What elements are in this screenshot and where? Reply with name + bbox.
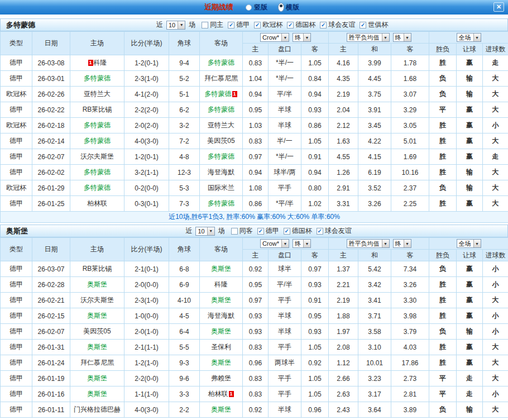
away-team-name[interactable]: 奥斯堡 <box>211 296 231 304</box>
avg-final-select[interactable]: 终▼ <box>393 33 411 42</box>
checkbox-checked-icon[interactable]: ✓ <box>317 228 323 235</box>
checkbox-checked-icon[interactable]: ✓ <box>320 22 327 28</box>
away-team-name[interactable]: 奥斯堡 <box>211 405 231 413</box>
corners-cell: 6-2 <box>169 102 200 118</box>
away-team-name[interactable]: 亚特兰大 <box>208 121 234 129</box>
home-team-name[interactable]: 奥斯堡 <box>87 280 107 288</box>
away-team-name[interactable]: 海登海默 <box>208 168 234 176</box>
away-team-cell: 奥斯堡 <box>200 355 243 371</box>
fulltime-select-value: 全场 <box>457 240 473 247</box>
odds-home-cell: 0.83 <box>243 371 269 386</box>
home-team-name[interactable]: 亚特兰大 <box>84 90 111 98</box>
filter-checkbox-4[interactable]: ✓球会友谊 <box>320 20 355 30</box>
chevron-down-icon: ▼ <box>178 21 185 29</box>
odds-final-select[interactable]: 终▼ <box>293 33 311 42</box>
home-team-name[interactable]: 拜仁慕尼黑 <box>80 359 114 366</box>
date-cell: 26-03-08 <box>32 55 70 71</box>
filter-checkbox-5[interactable]: ✓世俱杯 <box>360 20 388 30</box>
home-team-name[interactable]: 多特蒙德 <box>84 184 111 192</box>
away-team-cell: 多特蒙德1 <box>200 87 243 102</box>
result-goals-cell: 走 <box>483 149 508 165</box>
checkbox-checked-icon[interactable]: ✓ <box>284 228 290 235</box>
away-team-name[interactable]: 拜仁慕尼黑 <box>204 74 238 82</box>
filter-checkbox-3[interactable]: ✓德国杯 <box>287 20 315 30</box>
avg-select[interactable]: 胜平负均值▼ <box>347 239 390 248</box>
radio-vertical-icon[interactable] <box>246 4 252 11</box>
league-type-cell: 欧冠杯 <box>1 118 32 133</box>
avg-away-cell: 2.37 <box>391 180 429 196</box>
fulltime-select-value: 全场 <box>457 34 473 41</box>
home-team-cell: 拜仁慕尼黑 <box>70 355 124 371</box>
close-button[interactable]: ✕ <box>493 2 504 12</box>
away-team-name[interactable]: 多特蒙德 <box>208 152 234 160</box>
home-team-name[interactable]: 多特蒙德 <box>84 121 111 129</box>
filter-checkbox-1[interactable]: ✓德甲 <box>228 20 250 30</box>
home-team-name[interactable]: 多特蒙德 <box>84 74 111 82</box>
checkbox-checked-icon[interactable]: ✓ <box>254 22 261 28</box>
avg-draw-cell: 4.45 <box>358 71 391 87</box>
home-team-name[interactable]: 奥斯堡 <box>87 390 107 398</box>
home-team-name[interactable]: 美因茨05 <box>83 327 111 335</box>
handicap-cell: 平手 <box>269 293 301 308</box>
checkbox-checked-icon[interactable]: ✓ <box>287 22 294 28</box>
away-team-name[interactable]: 柏林联 <box>208 390 228 398</box>
away-team-name[interactable]: 多特蒙德 <box>208 106 234 113</box>
corners-cell: 3-2 <box>169 118 200 133</box>
home-team-name[interactable]: 柏林联 <box>87 199 107 207</box>
away-team-name[interactable]: 圣保利 <box>211 343 231 351</box>
away-team-name[interactable]: 海登海默 <box>208 312 234 319</box>
fulltime-select[interactable]: 全场▼ <box>457 33 481 42</box>
checkbox-unchecked-icon[interactable] <box>202 22 208 28</box>
home-team-name[interactable]: 门兴格拉德巴赫 <box>74 405 121 413</box>
score-cell: 2-2(0-0) <box>124 371 169 386</box>
avg-final-select[interactable]: 终▼ <box>393 239 411 248</box>
home-team-name[interactable]: 奥斯堡 <box>87 312 107 319</box>
result-goals-cell: 小 <box>483 324 508 340</box>
away-team-name[interactable]: 多特蒙德 <box>205 90 232 98</box>
filter-checkbox-0[interactable]: 同客 <box>231 226 253 236</box>
filter-checkbox-2[interactable]: ✓欧冠杯 <box>254 20 282 30</box>
odds-final-select[interactable]: 终▼ <box>293 239 311 248</box>
checkbox-checked-icon[interactable]: ✓ <box>228 22 234 28</box>
odds-company-select[interactable]: Crow*▼ <box>260 33 289 42</box>
home-team-name[interactable]: 奥斯堡 <box>87 374 107 382</box>
home-team-name[interactable]: 多特蒙德 <box>84 168 111 176</box>
filter-checkbox-2[interactable]: ✓德国杯 <box>284 226 312 236</box>
away-team-name[interactable]: 美因茨05 <box>207 137 234 145</box>
fulltime-select[interactable]: 全场▼ <box>457 239 481 248</box>
checkbox-checked-icon[interactable]: ✓ <box>257 228 264 235</box>
away-team-cell: 多特蒙德 <box>200 149 243 165</box>
home-team-cell: 奥斯堡 <box>70 340 124 355</box>
away-team-name[interactable]: 奥斯堡 <box>211 359 231 366</box>
home-team-name[interactable]: 奥斯堡 <box>87 343 107 351</box>
odds-company-select[interactable]: Crow*▼ <box>260 239 289 248</box>
home-team-cell: 奥斯堡 <box>70 371 124 386</box>
checkbox-checked-icon[interactable]: ✓ <box>360 22 366 28</box>
home-team-name[interactable]: 沃尔夫斯堡 <box>80 296 114 304</box>
filter-checkbox-0[interactable]: 同主 <box>202 20 223 30</box>
home-team-name[interactable]: 沃尔夫斯堡 <box>80 152 114 160</box>
away-team-name[interactable]: 国际米兰 <box>208 184 234 192</box>
radio-horizontal-icon[interactable] <box>278 3 284 12</box>
away-team-name[interactable]: 多特蒙德 <box>208 59 234 66</box>
layout-option-vertical[interactable]: 竖版 <box>246 3 267 12</box>
away-team-name[interactable]: 科隆 <box>214 280 228 288</box>
home-team-name[interactable]: 科隆 <box>94 59 107 66</box>
match-count-select[interactable]: 10▼ <box>166 21 185 30</box>
checkbox-unchecked-icon[interactable] <box>231 228 238 235</box>
chevron-down-icon: ▼ <box>281 34 289 41</box>
avg-away-cell: 3.30 <box>391 293 429 308</box>
filter-checkbox-1[interactable]: ✓德甲 <box>257 226 279 236</box>
away-team-name[interactable]: 多特蒙德 <box>208 199 234 207</box>
away-team-name[interactable]: 奥斯堡 <box>211 265 231 273</box>
away-team-name[interactable]: 弗赖堡 <box>211 374 231 382</box>
away-team-name[interactable]: 奥斯堡 <box>211 327 231 335</box>
layout-option-horizontal[interactable]: 横版 <box>276 3 299 12</box>
avg-away-cell: 1.68 <box>391 71 429 87</box>
home-team-name[interactable]: RB莱比锡 <box>83 106 112 113</box>
filter-checkbox-3[interactable]: ✓球会友谊 <box>317 226 352 236</box>
avg-select[interactable]: 胜平负均值▼ <box>347 33 390 42</box>
home-team-name[interactable]: 多特蒙德 <box>84 137 111 145</box>
match-count-select[interactable]: 10▼ <box>195 227 214 236</box>
home-team-name[interactable]: RB莱比锡 <box>83 265 112 273</box>
